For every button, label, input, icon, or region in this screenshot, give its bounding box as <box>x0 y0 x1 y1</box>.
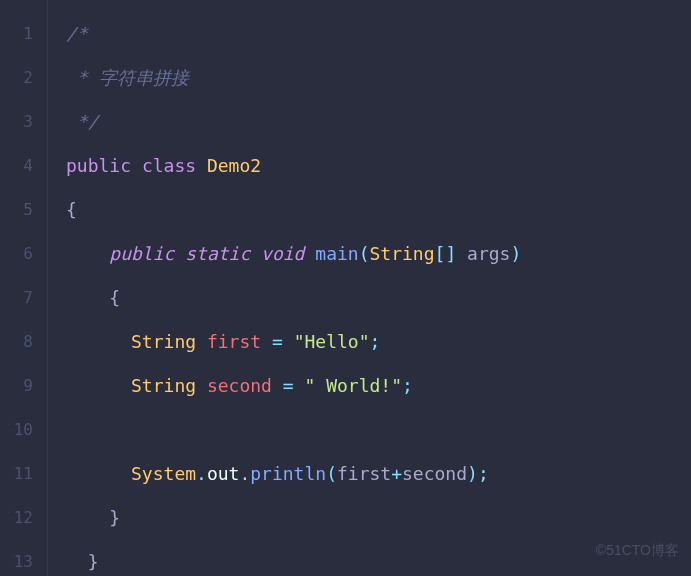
code-line[interactable]: public class Demo2 <box>66 144 691 188</box>
operator-token: + <box>391 463 402 484</box>
paren-token: ( <box>359 243 370 264</box>
line-number-gutter: 1 2 3 4 5 6 7 8 9 10 11 12 13 <box>0 0 48 576</box>
variable-token: first <box>337 463 391 484</box>
line-number: 10 <box>0 408 47 452</box>
semicolon-token: ; <box>478 463 489 484</box>
comment-token: /* <box>66 23 88 44</box>
dot-token: . <box>239 463 250 484</box>
code-line[interactable]: /* <box>66 12 691 56</box>
line-number: 4 <box>0 144 47 188</box>
line-number: 13 <box>0 540 47 576</box>
watermark-text: ©51CTO博客 <box>596 542 679 560</box>
operator-token: = <box>283 375 294 396</box>
string-token: "Hello" <box>294 331 370 352</box>
paren-token: ( <box>326 463 337 484</box>
brace-token: } <box>109 507 120 528</box>
code-line[interactable]: String second = " World!"; <box>66 364 691 408</box>
line-number: 3 <box>0 100 47 144</box>
string-token: " World!" <box>304 375 402 396</box>
line-number: 7 <box>0 276 47 320</box>
type-token: String <box>131 375 196 396</box>
type-token: String <box>131 331 196 352</box>
code-line[interactable]: { <box>66 276 691 320</box>
variable-token: first <box>207 331 261 352</box>
code-line[interactable] <box>66 408 691 452</box>
paren-token: ) <box>510 243 521 264</box>
line-number: 2 <box>0 56 47 100</box>
line-number: 6 <box>0 232 47 276</box>
code-editor[interactable]: 1 2 3 4 5 6 7 8 9 10 11 12 13 /* * 字符串拼接… <box>0 0 691 576</box>
semicolon-token: ; <box>402 375 413 396</box>
variable-token: second <box>402 463 467 484</box>
bracket-token: [ <box>435 243 446 264</box>
keyword-token: public <box>66 155 131 176</box>
classname-token: Demo2 <box>207 155 261 176</box>
keyword-token: void <box>261 243 304 264</box>
arg-token: args <box>467 243 510 264</box>
keyword-token: class <box>142 155 196 176</box>
code-line[interactable]: public static void main(String[] args) <box>66 232 691 276</box>
dot-token: . <box>196 463 207 484</box>
brace-token: { <box>109 287 120 308</box>
keyword-token: static <box>185 243 250 264</box>
semicolon-token: ; <box>369 331 380 352</box>
code-line[interactable]: String first = "Hello"; <box>66 320 691 364</box>
type-token: String <box>370 243 435 264</box>
operator-token: = <box>272 331 283 352</box>
brace-token: } <box>88 551 99 572</box>
code-line[interactable]: */ <box>66 100 691 144</box>
function-token: println <box>250 463 326 484</box>
code-line[interactable]: { <box>66 188 691 232</box>
class-ref-token: System <box>131 463 196 484</box>
field-token: out <box>207 463 240 484</box>
comment-token: */ <box>66 111 99 132</box>
line-number: 1 <box>0 12 47 56</box>
code-line[interactable]: System.out.println(first+second); <box>66 452 691 496</box>
line-number: 8 <box>0 320 47 364</box>
function-token: main <box>315 243 358 264</box>
paren-token: ) <box>467 463 478 484</box>
variable-token: second <box>207 375 272 396</box>
line-number: 11 <box>0 452 47 496</box>
code-line[interactable]: * 字符串拼接 <box>66 56 691 100</box>
line-number: 5 <box>0 188 47 232</box>
line-number: 12 <box>0 496 47 540</box>
line-number: 9 <box>0 364 47 408</box>
brace-token: { <box>66 199 77 220</box>
bracket-token: ] <box>445 243 456 264</box>
code-area[interactable]: /* * 字符串拼接 */ public class Demo2 { publi… <box>48 0 691 576</box>
keyword-token: public <box>109 243 174 264</box>
comment-token: * 字符串拼接 <box>66 67 189 88</box>
code-line[interactable]: } <box>66 496 691 540</box>
